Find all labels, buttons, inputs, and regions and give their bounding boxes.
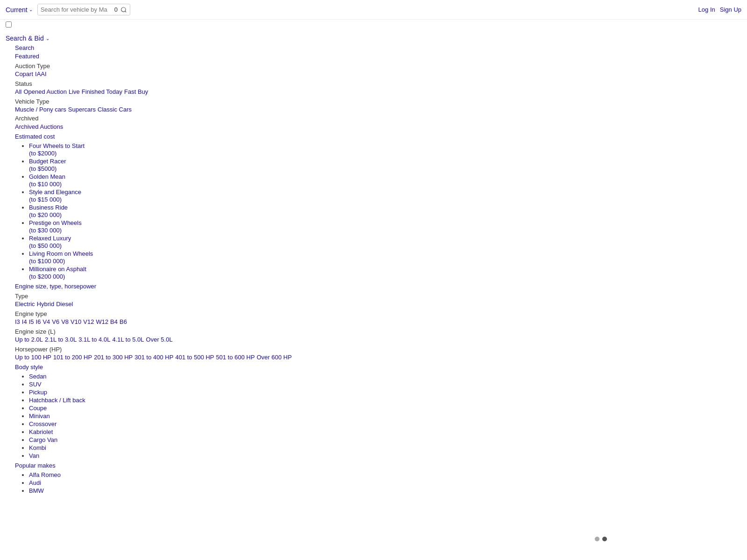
diesel-link[interactable]: Diesel [56, 301, 73, 308]
estimated-cost-link[interactable]: Estimated cost [15, 133, 741, 140]
body-kombi[interactable]: Kombi [29, 444, 741, 451]
van-link[interactable]: Van [29, 452, 39, 459]
minivan-link[interactable]: Minivan [29, 413, 50, 420]
size-2[interactable]: 3.1L to 4.0L [78, 336, 110, 343]
coupe-link[interactable]: Coupe [29, 405, 47, 412]
popular-makes-link[interactable]: Popular makes [15, 462, 741, 469]
cost-link-4[interactable]: Business Ride (to $20 000) [29, 204, 68, 218]
size-0[interactable]: Up to 2.0L [15, 336, 43, 343]
hp-4[interactable]: 401 to 500 HP [175, 354, 214, 361]
cost-item-7[interactable]: Living Room on Wheels (to $100 000) [29, 250, 741, 265]
make-alfa[interactable]: Alfa Romeo [29, 471, 741, 478]
body-kabriolet[interactable]: Kabriolet [29, 428, 741, 435]
size-1[interactable]: 2.1L to 3.0L [45, 336, 77, 343]
b4-link[interactable]: B4 [110, 318, 118, 325]
search-input[interactable] [38, 4, 113, 15]
cargo-link[interactable]: Cargo Van [29, 436, 57, 443]
checkbox[interactable] [6, 21, 12, 28]
body-pickup[interactable]: Pickup [29, 388, 741, 396]
status-opened[interactable]: Opened Auction [23, 88, 67, 95]
search-link[interactable]: Search [15, 44, 34, 51]
cost-item-0[interactable]: Four Wheels to Start (to $2000) [29, 142, 741, 157]
kabriolet-link[interactable]: Kabriolet [29, 428, 53, 435]
cost-link-3[interactable]: Style and Elegance (to $15 000) [29, 189, 81, 203]
engine-section-link[interactable]: Engine size, type, horsepower [15, 283, 741, 290]
body-van[interactable]: Van [29, 452, 741, 459]
hp-5[interactable]: 501 to 600 HP [216, 354, 255, 361]
iaai-link[interactable]: IAAI [35, 70, 47, 77]
cost-item-1[interactable]: Budget Racer (to $5000) [29, 157, 741, 172]
make-audi[interactable]: Audi [29, 479, 741, 486]
i3-link[interactable]: I3 [15, 318, 20, 325]
body-suv[interactable]: SUV [29, 380, 741, 388]
body-crossover[interactable]: Crossover [29, 420, 741, 427]
hp-3[interactable]: 301 to 400 HP [134, 354, 173, 361]
cost-link-6[interactable]: Relaxed Luxury (to $50 000) [29, 235, 71, 249]
cost-link-2[interactable]: Golden Mean (to $10 000) [29, 173, 65, 188]
cost-link-8[interactable]: Millionaire on Asphalt (to $200 000) [29, 266, 86, 280]
featured-item[interactable]: Featured [15, 52, 741, 60]
signup-link[interactable]: Sign Up [720, 6, 741, 13]
electric-link[interactable]: Electric [15, 301, 35, 308]
search-item[interactable]: Search [15, 44, 741, 51]
cost-link-7[interactable]: Living Room on Wheels (to $100 000) [29, 250, 93, 265]
status-finished[interactable]: Finished Today [82, 88, 122, 95]
kombi-link[interactable]: Kombi [29, 444, 46, 451]
copart-link[interactable]: Copart [15, 70, 33, 77]
cost-item-2[interactable]: Golden Mean (to $10 000) [29, 173, 741, 188]
cost-item-8[interactable]: Millionaire on Asphalt (to $200 000) [29, 265, 741, 280]
body-coupe[interactable]: Coupe [29, 404, 741, 412]
current-dropdown[interactable]: Current ⌄ [6, 6, 33, 14]
supercars-link[interactable]: Supercars [68, 106, 96, 113]
status-all[interactable]: All [15, 88, 21, 95]
make-bmw[interactable]: BMW [29, 487, 741, 494]
status-live[interactable]: Live [69, 88, 80, 95]
search-bid-link[interactable]: Search & Bid ⌄ [6, 35, 741, 42]
v4-link[interactable]: V4 [42, 318, 50, 325]
v8-link[interactable]: V8 [61, 318, 69, 325]
i5-link[interactable]: I5 [29, 318, 34, 325]
classic-link[interactable]: Classic Cars [98, 106, 132, 113]
v6-link[interactable]: V6 [52, 318, 59, 325]
i6-link[interactable]: I6 [36, 318, 41, 325]
v12-link[interactable]: V12 [83, 318, 94, 325]
w12-link[interactable]: W12 [96, 318, 108, 325]
v10-link[interactable]: V10 [70, 318, 81, 325]
b6-link[interactable]: B6 [120, 318, 127, 325]
pickup-link[interactable]: Pickup [29, 389, 47, 396]
alfa-link[interactable]: Alfa Romeo [29, 471, 61, 478]
crossover-link[interactable]: Crossover [29, 420, 56, 427]
search-button[interactable] [118, 5, 130, 15]
muscle-link[interactable]: Muscle / Pony cars [15, 106, 66, 113]
audi-link[interactable]: Audi [29, 479, 41, 486]
suv-link[interactable]: SUV [29, 381, 42, 388]
login-link[interactable]: Log In [698, 6, 715, 13]
cost-item-6[interactable]: Relaxed Luxury (to $50 000) [29, 234, 741, 249]
cost-item-4[interactable]: Business Ride (to $20 000) [29, 203, 741, 218]
body-hatchback[interactable]: Hatchback / Lift back [29, 396, 741, 404]
cost-link-1[interactable]: Budget Racer (to $5000) [29, 158, 66, 172]
bmw-link[interactable]: BMW [29, 487, 44, 494]
body-minivan[interactable]: Minivan [29, 412, 741, 420]
hp-1[interactable]: 101 to 200 HP [53, 354, 92, 361]
body-style-link[interactable]: Body style [15, 364, 741, 371]
sedan-link[interactable]: Sedan [29, 373, 47, 380]
size-3[interactable]: 4.1L to 5.0L [112, 336, 144, 343]
i4-link[interactable]: I4 [22, 318, 27, 325]
size-4[interactable]: Over 5.0L [146, 336, 173, 343]
hp-2[interactable]: 201 to 300 HP [94, 354, 133, 361]
cost-item-5[interactable]: Prestige on Wheels (to $30 000) [29, 219, 741, 234]
hybrid-link[interactable]: Hybrid [37, 301, 55, 308]
hatchback-link[interactable]: Hatchback / Lift back [29, 397, 85, 404]
cost-link-0[interactable]: Four Wheels to Start (to $2000) [29, 142, 85, 157]
archived-auctions-link[interactable]: Archived Auctions [15, 123, 63, 130]
hp-0[interactable]: Up to 100 HP [15, 354, 51, 361]
body-cargo[interactable]: Cargo Van [29, 436, 741, 443]
search-bid-item[interactable]: Search & Bid ⌄ Search Featured Auction T… [6, 35, 741, 494]
featured-link[interactable]: Featured [15, 53, 39, 60]
cost-item-3[interactable]: Style and Elegance (to $15 000) [29, 188, 741, 203]
cost-link-5[interactable]: Prestige on Wheels (to $30 000) [29, 219, 82, 234]
status-fastbuy[interactable]: Fast Buy [124, 88, 148, 95]
body-sedan[interactable]: Sedan [29, 372, 741, 380]
hp-6[interactable]: Over 600 HP [257, 354, 292, 361]
